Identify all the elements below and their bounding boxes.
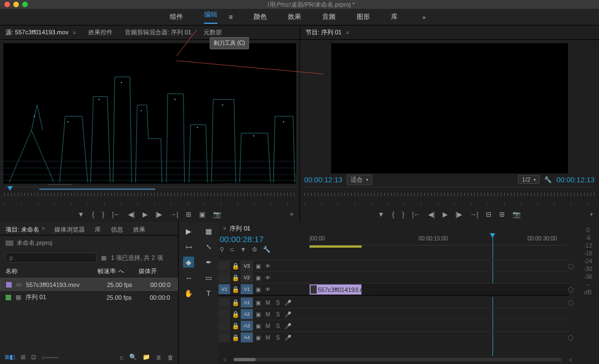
selection-tool-icon[interactable]: ▶	[183, 225, 194, 237]
source-monitor[interactable]	[3, 43, 296, 173]
track-a4[interactable]	[309, 331, 569, 343]
step-back-icon[interactable]: ◀|	[128, 211, 135, 218]
go-out-icon[interactable]: →|	[170, 211, 178, 218]
timeline-timecode[interactable]: 00:00:28:17	[219, 234, 309, 246]
source-tab-menu-icon[interactable]: ≡	[73, 30, 76, 35]
step-fwd-icon[interactable]: |▶	[455, 211, 462, 218]
tab-project[interactable]: 项目: 未命名	[6, 225, 39, 235]
new-bin-icon[interactable]: 📁	[143, 353, 150, 361]
play-icon[interactable]: ▶	[443, 211, 448, 218]
col-start[interactable]: 媒体开	[139, 267, 172, 275]
workspace-color[interactable]: 颜色	[253, 12, 267, 22]
hand-tool-icon[interactable]: ✋	[183, 288, 194, 299]
workspace-assembly[interactable]: 组件	[170, 12, 183, 22]
track-a3[interactable]	[309, 320, 569, 331]
workspace-editing[interactable]: 编辑	[204, 10, 217, 24]
ripple-edit-tool-icon[interactable]: ⧟	[183, 241, 194, 252]
project-tab-menu-icon[interactable]: ≡	[42, 225, 44, 235]
time-ruler[interactable]: |00:00 00:00:15:00 00:00:30:00	[309, 234, 569, 245]
find-icon[interactable]: 🔍	[129, 353, 137, 361]
project-row[interactable]: ▭ 557c3ff014193.mov 25.00 fps 00:00:0	[0, 278, 178, 291]
slip-tool-icon[interactable]: ↔	[183, 272, 194, 283]
settings-icon[interactable]: ⚙	[252, 246, 257, 253]
zoom-slider[interactable]: ○───	[42, 354, 58, 361]
filter-bin-icon[interactable]: ▦	[101, 254, 106, 262]
mark-in-icon[interactable]: {	[392, 211, 394, 218]
razor-tool-icon[interactable]: ◆	[183, 257, 194, 268]
linked-selection-icon[interactable]: ⊂	[230, 246, 235, 253]
program-tab-menu-icon[interactable]: ≡	[346, 30, 349, 35]
program-monitor[interactable]	[331, 43, 568, 173]
tab-effects[interactable]: 效果	[133, 225, 145, 235]
tab-info[interactable]: 信息	[111, 225, 123, 235]
new-item-icon[interactable]: 🗎	[156, 354, 162, 361]
overwrite-icon[interactable]: ▣	[199, 211, 205, 218]
timeline-tab-menu-icon[interactable]: ≡	[246, 225, 249, 231]
track-header-a3[interactable]: 🔒A3▣MS🎤	[219, 320, 309, 331]
step-fwd-icon[interactable]: |▶	[155, 211, 162, 218]
export-frame-icon[interactable]: 📷	[512, 211, 521, 218]
track-a2[interactable]	[309, 308, 569, 320]
workspace-libraries[interactable]: 库	[391, 12, 398, 22]
minimize-window[interactable]	[13, 2, 19, 7]
button-editor-icon[interactable]: +	[290, 211, 293, 218]
type-tool-icon[interactable]: T	[203, 288, 214, 299]
export-frame-icon[interactable]: 📷	[213, 211, 221, 218]
tab-source[interactable]: 源: 557c3ff014193.mov	[6, 28, 69, 37]
play-icon[interactable]: ▶	[143, 211, 148, 218]
track-v3[interactable]	[309, 260, 569, 271]
track-a1[interactable]	[309, 296, 569, 308]
track-header-a1[interactable]: 🔒A1▣MS🎤	[219, 296, 309, 308]
tab-program[interactable]: 节目: 序列 01	[306, 28, 342, 37]
tab-media-browser[interactable]: 媒体浏览器	[54, 225, 85, 235]
marker-icon[interactable]: ▼	[240, 246, 246, 253]
tab-audio-clip-mixer[interactable]: 音频剪辑混合器: 序列 01	[125, 28, 191, 37]
tab-libraries[interactable]: 库	[95, 225, 101, 235]
close-window[interactable]	[4, 2, 10, 7]
program-settings-icon[interactable]: 🔧	[544, 176, 552, 183]
go-out-icon[interactable]: →|	[470, 211, 478, 218]
rectangle-tool-icon[interactable]: ▭	[203, 272, 214, 283]
icon-view-icon[interactable]: ⊞	[21, 353, 26, 361]
go-in-icon[interactable]: |←	[112, 211, 120, 218]
add-marker-icon[interactable]: ▼	[378, 211, 384, 218]
track-select-tool-icon[interactable]: ▦	[203, 225, 214, 237]
col-fps[interactable]: 帧速率へ	[98, 267, 136, 275]
program-tc-in[interactable]: 00:00:12:13	[304, 176, 343, 184]
rate-stretch-tool-icon[interactable]: ⤡	[203, 241, 214, 252]
track-header-a2[interactable]: 🔒A2▣MS🎤	[219, 308, 309, 320]
workspace-menu-icon[interactable]: ≡	[229, 13, 232, 21]
track-v2[interactable]	[309, 271, 569, 283]
workspace-overflow[interactable]: »	[419, 13, 429, 22]
list-view-icon[interactable]: ≣◧	[4, 353, 15, 361]
go-in-icon[interactable]: |←	[412, 211, 420, 218]
tab-metadata[interactable]: 元数据	[204, 28, 222, 37]
work-area-bar[interactable]	[309, 245, 569, 249]
track-header-v1[interactable]: V1🔒V1▣👁	[219, 283, 309, 295]
zoom-scrollbar[interactable]	[233, 358, 562, 361]
add-marker-icon[interactable]: ▼	[78, 211, 84, 218]
zoom-window[interactable]	[22, 2, 28, 7]
source-scrub[interactable]	[4, 187, 295, 198]
pen-tool-icon[interactable]: ✒	[203, 257, 214, 268]
track-header-a4[interactable]: 🔒A4▣MS🎤	[219, 331, 309, 343]
mark-out-icon[interactable]: }	[402, 211, 404, 218]
zoom-in-icon[interactable]: ○	[568, 356, 572, 363]
timeline-clip[interactable]: 557c3ff014193.mov	[309, 284, 362, 295]
trash-icon[interactable]: 🗑	[167, 354, 174, 361]
wrench-icon[interactable]: 🔧	[263, 246, 271, 253]
track-header-v2[interactable]: 🔒V2▣👁	[219, 271, 309, 283]
workspace-effects[interactable]: 效果	[288, 12, 301, 22]
step-back-icon[interactable]: ◀|	[428, 211, 435, 218]
workspace-graphics[interactable]: 图形	[357, 12, 370, 22]
automate-icon[interactable]: ⎌	[120, 354, 124, 361]
freeform-view-icon[interactable]: ⊡	[31, 353, 36, 361]
snap-icon[interactable]: ⚲	[220, 246, 224, 253]
zoom-out-icon[interactable]: ○	[223, 356, 227, 363]
project-row[interactable]: ▦ 序列 01 25.00 fps 00:00:0	[0, 291, 178, 304]
project-search-input[interactable]	[6, 253, 97, 263]
program-scrub[interactable]	[304, 187, 595, 198]
insert-icon[interactable]: ⊞	[186, 211, 191, 218]
extract-icon[interactable]: ⊞	[499, 211, 505, 218]
program-res-select[interactable]: 1/2▾	[518, 175, 540, 184]
